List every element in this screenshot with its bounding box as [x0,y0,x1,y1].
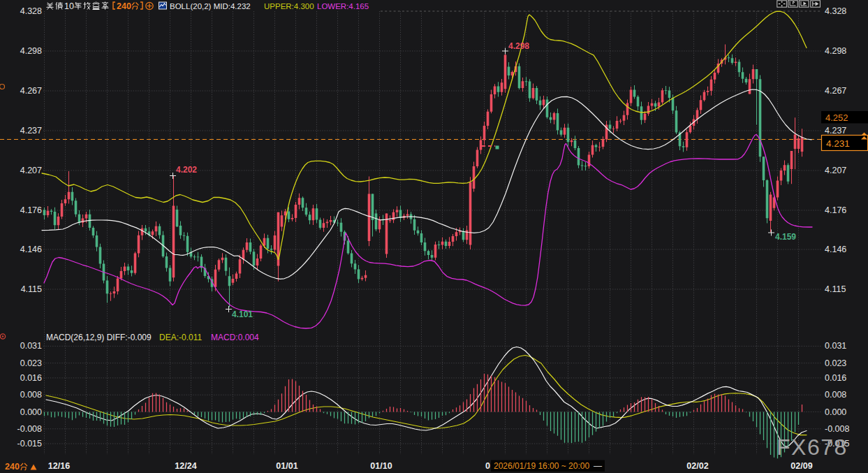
svg-text:0.031: 0.031 [20,341,42,351]
svg-text:02/09: 02/09 [790,461,812,471]
svg-text:4.115: 4.115 [825,284,846,294]
svg-text:0.008: 0.008 [825,390,846,400]
svg-text:4.146: 4.146 [20,245,42,254]
svg-text:4.328: 4.328 [825,6,846,16]
svg-text:4.207: 4.207 [825,166,846,175]
svg-text:4.267: 4.267 [825,86,846,96]
svg-text:240: 240 [117,1,131,11]
svg-text:0.016: 0.016 [825,373,846,383]
svg-text:UPPER:4.300: UPPER:4.300 [264,2,314,10]
svg-text:4.267: 4.267 [20,86,42,96]
svg-text:02/02: 02/02 [686,461,708,471]
svg-text:4.328: 4.328 [20,6,42,16]
svg-text:4.298: 4.298 [825,46,846,56]
svg-text:01/01: 01/01 [276,461,297,471]
svg-text:4.237: 4.237 [20,126,42,136]
svg-text:4.115: 4.115 [21,284,42,294]
svg-text:DEA:-0.011: DEA:-0.011 [159,333,202,342]
svg-text:MACD:0.004: MACD:0.004 [211,333,259,342]
svg-text:4.146: 4.146 [825,245,846,254]
svg-text:0.000: 0.000 [20,407,42,417]
svg-text:4.237: 4.237 [825,126,846,136]
svg-text:4.231: 4.231 [826,138,850,149]
svg-text:0.023: 0.023 [20,358,42,368]
svg-text:12/16: 12/16 [48,461,70,471]
svg-text:4.252: 4.252 [825,112,848,123]
svg-text:01/10: 01/10 [370,461,392,471]
svg-text:0.008: 0.008 [20,390,42,400]
svg-text:-0.008: -0.008 [17,424,42,434]
svg-text:4.176: 4.176 [825,205,846,215]
svg-text:4.159: 4.159 [775,232,796,242]
svg-text:4.298: 4.298 [508,41,529,51]
svg-text:2026/01/19 16:00 ~ 20:00: 2026/01/19 16:00 ~ 20:00 [494,461,589,471]
svg-text:0.016: 0.016 [20,373,42,383]
svg-text:FX678: FX678 [777,435,848,460]
svg-text:10: 10 [64,1,74,11]
svg-text:0.000: 0.000 [825,407,846,417]
svg-text:BOLL(20,2) MID:4.232: BOLL(20,2) MID:4.232 [170,2,251,10]
svg-text:-0.008: -0.008 [825,424,849,434]
svg-text:0.023: 0.023 [825,358,846,368]
svg-text:—: — [594,461,602,471]
svg-text:4.176: 4.176 [20,205,42,215]
svg-text:MACD(26,12,9) DIFF:-0.009: MACD(26,12,9) DIFF:-0.009 [46,333,152,342]
svg-text:-0.015: -0.015 [17,439,42,449]
svg-text:0: 0 [485,461,490,471]
svg-text:0.031: 0.031 [825,341,846,351]
svg-text:4.298: 4.298 [20,46,42,56]
svg-text:LOWER:4.165: LOWER:4.165 [317,2,369,10]
svg-text:4.207: 4.207 [20,166,42,175]
svg-text:4.101: 4.101 [232,310,253,319]
svg-text:4.202: 4.202 [176,165,197,175]
svg-text:240: 240 [5,462,20,472]
svg-text:12/24: 12/24 [175,461,196,471]
